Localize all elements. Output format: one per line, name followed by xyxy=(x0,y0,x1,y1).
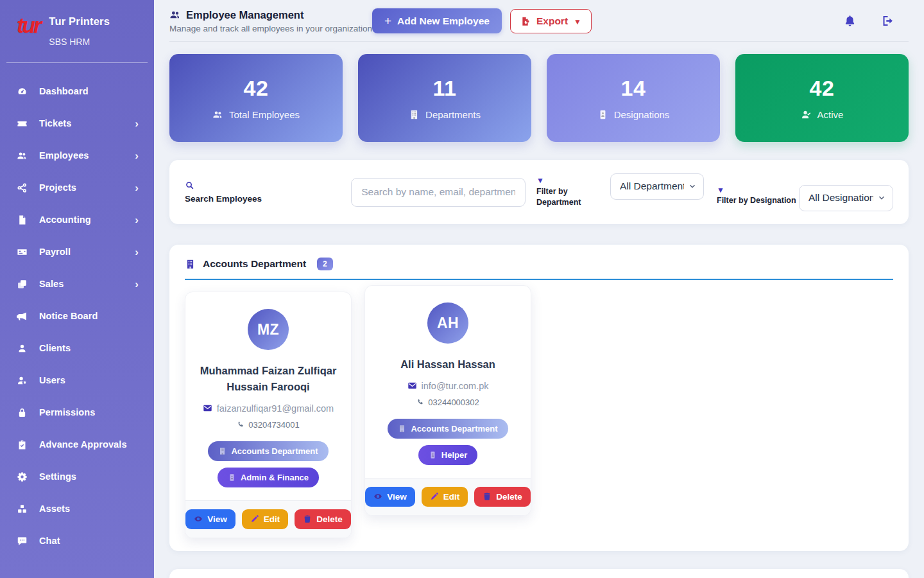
logout-icon[interactable] xyxy=(881,14,894,28)
designation-filter-value: All Designations xyxy=(809,192,873,204)
chevron-right-icon: › xyxy=(135,150,139,161)
sidebar-item-employees[interactable]: Employees › xyxy=(5,143,149,168)
sidebar-nav: Dashboard Tickets › Employees › Projects… xyxy=(0,63,154,554)
page-subtitle: Manage and track all employees in your o… xyxy=(169,24,372,33)
stats-row: 42 Total Employees 11 Departments 14 Des… xyxy=(169,54,909,142)
sidebar-item-advance-approvals[interactable]: Advance Approvals xyxy=(5,432,149,457)
designation-filter-label: Filter by Designation xyxy=(717,196,794,205)
export-label: Export xyxy=(536,15,568,27)
sidebar-item-settings[interactable]: Settings xyxy=(5,464,149,489)
sidebar-item-sales[interactable]: Sales › xyxy=(5,271,149,297)
edit-button[interactable]: Edit xyxy=(422,487,468,507)
bell-icon[interactable] xyxy=(843,14,857,28)
sidebar-item-users[interactable]: Users xyxy=(5,367,149,393)
add-new-employee-button[interactable]: + Add New Employee xyxy=(372,8,502,33)
brand: tur Tur Printers SBS HRM xyxy=(0,0,154,58)
stat-card-departments: 11 Departments xyxy=(358,54,531,142)
edit-button[interactable]: Edit xyxy=(242,509,289,529)
sidebar-item-assets[interactable]: Assets xyxy=(5,496,149,521)
stat-card-designations: 14 Designations xyxy=(547,54,720,142)
employee-name: Muhammad Faizan Zulfiqar Hussain Farooqi xyxy=(194,363,342,395)
users-icon xyxy=(169,9,181,21)
sidebar-item-label: Tickets xyxy=(39,118,71,128)
department-badge-label: Accounts Department xyxy=(411,424,497,434)
delete-label: Delete xyxy=(316,514,343,524)
sidebar-item-notice-board[interactable]: Notice Board xyxy=(5,303,149,329)
caret-down-icon: ▼ xyxy=(574,17,581,26)
sidebar-item-permissions[interactable]: Permissions xyxy=(5,399,149,425)
filter-icon: ▼ xyxy=(536,177,601,184)
sidebar-item-projects[interactable]: Projects › xyxy=(5,175,149,200)
user-gear-icon xyxy=(17,375,28,386)
sidebar-item-label: Advance Approvals xyxy=(39,439,127,450)
avatar: MZ xyxy=(248,309,289,350)
sidebar-item-accounting[interactable]: Accounting › xyxy=(5,207,149,232)
users-icon xyxy=(17,150,28,161)
lock-icon xyxy=(17,407,28,418)
department-filter-select[interactable]: All Departments xyxy=(610,173,704,200)
chevron-right-icon: › xyxy=(135,118,139,129)
chevron-right-icon: › xyxy=(135,215,139,225)
filter-icon: ▼ xyxy=(717,186,794,194)
sidebar-item-label: Users xyxy=(39,375,65,385)
search-icon xyxy=(185,180,351,191)
edit-label: Edit xyxy=(264,514,280,524)
designation-badge-label: Helper xyxy=(441,450,467,460)
page-title: Employee Management xyxy=(186,9,304,21)
view-label: View xyxy=(207,514,227,524)
avatar: AH xyxy=(427,302,468,344)
building-icon xyxy=(398,425,406,433)
stat-card-active: 42 Active xyxy=(735,54,909,142)
edit-label: Edit xyxy=(443,492,460,502)
clipboard-check-icon xyxy=(17,439,28,450)
stat-value: 42 xyxy=(244,76,269,101)
employee-phone: 03244000302 xyxy=(428,398,479,407)
envelope-icon xyxy=(203,404,212,412)
id-card-icon xyxy=(228,473,236,482)
export-button[interactable]: Export ▼ xyxy=(510,9,592,33)
sidebar-item-label: Employees xyxy=(39,150,89,161)
file-invoice-icon xyxy=(17,215,28,225)
department-badge-label: Accounts Department xyxy=(231,446,318,456)
dashboard-icon xyxy=(17,86,28,97)
id-card-icon xyxy=(429,451,437,459)
sidebar-item-label: Dashboard xyxy=(39,86,89,96)
phone-icon xyxy=(416,398,424,406)
phone-icon xyxy=(237,421,244,428)
view-button[interactable]: View xyxy=(365,487,415,507)
copy-icon xyxy=(17,279,28,290)
eye-icon xyxy=(373,492,382,501)
share-nodes-icon xyxy=(17,182,28,193)
delete-button[interactable]: Delete xyxy=(295,509,351,529)
sidebar-item-tickets[interactable]: Tickets › xyxy=(5,110,149,136)
stat-value: 14 xyxy=(621,76,646,101)
employee-email: faizanzulfiqar91@gmail.com xyxy=(217,403,334,414)
sidebar-item-payroll[interactable]: Payroll › xyxy=(5,239,149,265)
sidebar-item-dashboard[interactable]: Dashboard xyxy=(5,78,149,104)
sidebar-item-chat[interactable]: Chat xyxy=(5,528,149,554)
add-new-employee-label: Add New Employee xyxy=(397,15,490,27)
stat-value: 11 xyxy=(433,76,457,101)
delete-label: Delete xyxy=(496,492,522,502)
department-badge: Accounts Department xyxy=(388,419,508,439)
view-label: View xyxy=(387,492,407,502)
brand-logo: tur xyxy=(17,14,40,36)
sidebar: tur Tur Printers SBS HRM Dashboard Ticke… xyxy=(0,0,154,578)
search-input[interactable] xyxy=(351,178,526,207)
stat-label: Departments xyxy=(425,109,481,120)
sidebar-item-label: Accounting xyxy=(39,215,91,225)
sidebar-item-clients[interactable]: Clients xyxy=(5,335,149,361)
delete-button[interactable]: Delete xyxy=(474,487,531,507)
designation-filter-select[interactable]: All Designations xyxy=(799,185,893,211)
sidebar-item-label: Permissions xyxy=(39,407,95,417)
view-button[interactable]: View xyxy=(185,509,235,529)
user-icon xyxy=(17,343,28,354)
ticket-icon xyxy=(17,118,28,129)
pen-icon xyxy=(430,492,439,501)
department-filter-value: All Departments xyxy=(620,180,684,192)
sidebar-item-label: Projects xyxy=(39,182,76,193)
user-check-icon xyxy=(801,109,812,120)
building-icon xyxy=(218,447,227,455)
stat-value: 42 xyxy=(810,76,835,101)
eye-icon xyxy=(194,514,203,523)
